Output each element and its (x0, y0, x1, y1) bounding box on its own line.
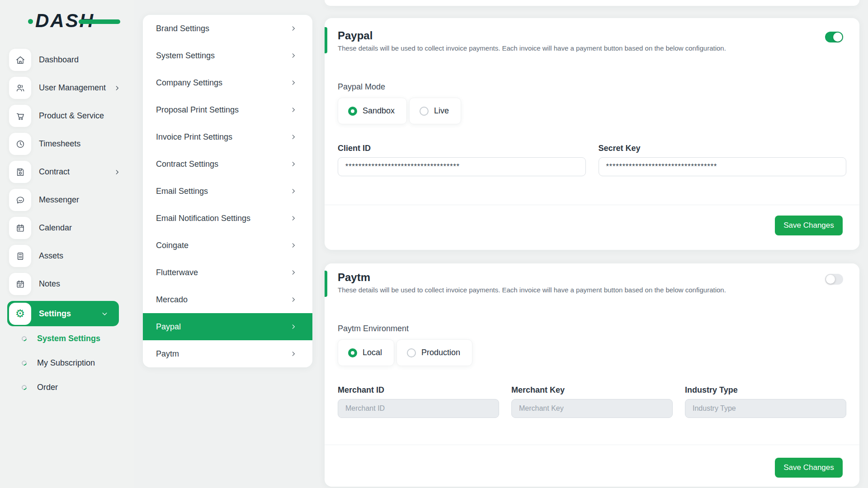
chevron-right-icon (290, 188, 297, 194)
notes-icon (9, 273, 31, 295)
menu-item-system-settings[interactable]: System Settings (143, 42, 312, 69)
chevron-right-icon (290, 324, 297, 330)
sidebar-item-settings[interactable]: ⚙ Settings (7, 301, 119, 326)
radio-option-label: Local (363, 348, 382, 357)
menu-item-label: Flutterwave (156, 268, 290, 277)
sidebar-item-contract[interactable]: Contract (9, 161, 125, 183)
menu-item-label: Mercado (156, 295, 290, 305)
menu-item-mercado[interactable]: Mercado (143, 286, 312, 313)
secret-key-field-group: Secret Key (599, 143, 847, 176)
radio-option-sandbox[interactable]: Sandbox (338, 98, 407, 124)
settings-subnav: System Settings My Subscription Order (22, 326, 126, 399)
radio-unselected-icon (407, 348, 416, 357)
menu-item-brand-settings[interactable]: Brand Settings (143, 15, 312, 42)
menu-item-coingate[interactable]: Coingate (143, 232, 312, 259)
sidebar-item-calendar[interactable]: Calendar (9, 217, 125, 239)
paytm-environment-options: Local Production (338, 339, 472, 366)
radio-option-local[interactable]: Local (338, 339, 394, 366)
sidebar-item-assets[interactable]: Assets (9, 245, 125, 267)
menu-item-company-settings[interactable]: Company Settings (143, 69, 312, 96)
save-changes-button[interactable]: Save Changes (775, 216, 843, 235)
sidebar-nav: Dashboard User Management Product & Serv… (9, 49, 125, 332)
home-icon (9, 49, 31, 71)
bullet-icon (21, 359, 28, 366)
sidebar-item-label: Dashboard (39, 55, 79, 65)
sidebar-item-user-management[interactable]: User Management (9, 77, 125, 99)
menu-item-email-settings[interactable]: Email Settings (143, 178, 312, 205)
menu-item-label: Email Notification Settings (156, 214, 290, 223)
chevron-right-icon (290, 134, 297, 140)
menu-item-contract-settings[interactable]: Contract Settings (143, 150, 312, 178)
card-accent-bar (325, 27, 327, 53)
radio-option-live[interactable]: Live (409, 98, 461, 124)
paypal-enable-toggle[interactable] (825, 32, 843, 42)
menu-item-label: Email Settings (156, 187, 290, 196)
paypal-card-footer: Save Changes (325, 205, 859, 250)
calendar-icon (9, 217, 31, 239)
secret-key-label: Secret Key (599, 143, 847, 153)
paytm-settings-card: Paytm These details will be used to coll… (325, 263, 859, 487)
client-id-input[interactable] (338, 157, 586, 176)
paypal-mode-label: Paypal Mode (338, 82, 385, 92)
chevron-right-icon (290, 296, 297, 303)
sidebar-item-label: Product & Service (39, 111, 104, 121)
menu-item-paytm[interactable]: Paytm (143, 340, 312, 367)
secret-key-input[interactable] (599, 157, 847, 176)
menu-item-flutterwave[interactable]: Flutterwave (143, 259, 312, 286)
paypal-card-description: These details will be used to collect in… (338, 44, 726, 52)
subnav-item-label: System Settings (37, 334, 100, 343)
subnav-item-label: My Subscription (37, 358, 95, 368)
menu-item-label: Company Settings (156, 78, 290, 88)
chevron-right-icon (290, 25, 297, 32)
menu-item-paypal[interactable]: Paypal (143, 313, 312, 340)
paytm-enable-toggle[interactable] (825, 274, 843, 285)
radio-option-label: Production (421, 348, 460, 357)
paypal-credentials-row: Client ID Secret Key (338, 143, 846, 176)
subnav-item-order[interactable]: Order (22, 375, 126, 399)
sidebar-item-label: Calendar (39, 223, 72, 233)
subnav-item-system-settings[interactable]: System Settings (22, 326, 126, 351)
industry-type-label: Industry Type (685, 385, 846, 395)
menu-item-label: Brand Settings (156, 24, 290, 33)
sidebar-item-label: Settings (39, 309, 71, 319)
paytm-card-footer: Save Changes (325, 445, 859, 487)
merchant-id-field-group: Merchant ID (338, 385, 499, 418)
radio-selected-icon (348, 348, 357, 357)
sidebar-item-label: Timesheets (39, 139, 80, 149)
chat-icon (9, 189, 31, 211)
sidebar-item-messenger[interactable]: Messenger (9, 189, 125, 211)
merchant-key-label: Merchant Key (511, 385, 673, 395)
industry-type-input (685, 399, 846, 418)
save-changes-button[interactable]: Save Changes (775, 458, 843, 478)
merchant-id-label: Merchant ID (338, 385, 499, 395)
menu-item-label: Paypal (156, 322, 290, 332)
industry-type-field-group: Industry Type (685, 385, 846, 418)
radio-unselected-icon (420, 107, 429, 116)
sidebar-item-label: Contract (39, 167, 70, 177)
app-logo[interactable]: DASH (35, 10, 108, 32)
calculator-icon (9, 245, 31, 267)
cart-icon (9, 105, 31, 127)
sidebar-item-notes[interactable]: Notes (9, 273, 125, 295)
sidebar-item-product-service[interactable]: Product & Service (9, 105, 125, 127)
paytm-environment-label: Paytm Environment (338, 324, 409, 333)
radio-option-label: Live (434, 106, 449, 116)
chevron-right-icon (290, 161, 297, 167)
bullet-icon (21, 335, 28, 342)
logo-dot (28, 19, 33, 24)
menu-item-invoice-print-settings[interactable]: Invoice Print Settings (143, 123, 312, 150)
chevron-right-icon (290, 52, 297, 59)
paypal-settings-card: Paypal These details will be used to col… (325, 18, 859, 250)
chevron-right-icon (290, 269, 297, 276)
paypal-mode-options: Sandbox Live (338, 98, 461, 124)
chevron-right-icon (290, 351, 297, 357)
subnav-item-my-subscription[interactable]: My Subscription (22, 351, 126, 375)
settings-menu-panel: Brand Settings System Settings Company S… (143, 15, 312, 367)
sidebar-item-timesheets[interactable]: Timesheets (9, 133, 125, 155)
menu-item-email-notification-settings[interactable]: Email Notification Settings (143, 205, 312, 232)
chevron-right-icon (290, 215, 297, 221)
menu-item-proposal-print-settings[interactable]: Proposal Print Settings (143, 96, 312, 123)
sidebar-item-dashboard[interactable]: Dashboard (9, 49, 125, 71)
users-icon (9, 77, 31, 99)
radio-option-production[interactable]: Production (396, 339, 472, 366)
